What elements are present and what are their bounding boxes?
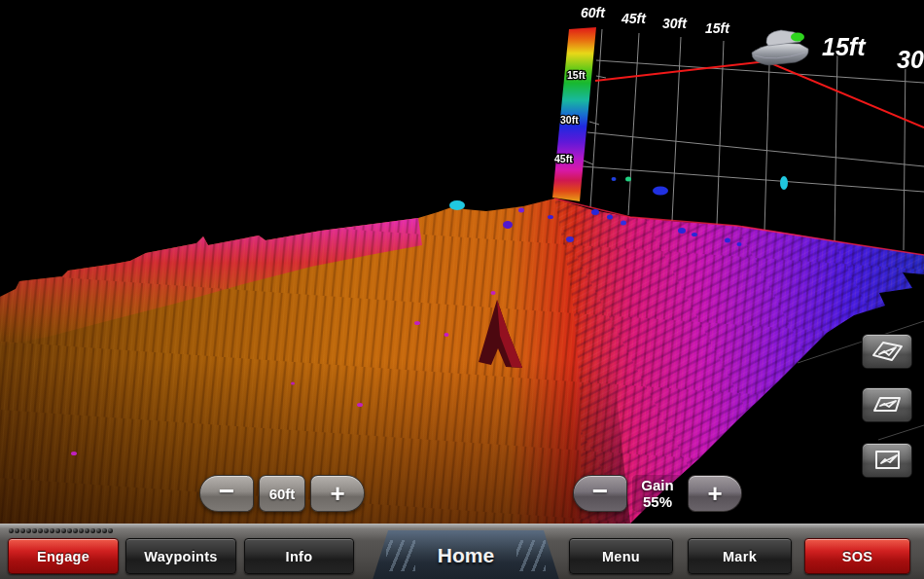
waypoints-button[interactable]: Waypoints: [125, 538, 236, 574]
range-increase-button[interactable]: +: [310, 475, 365, 512]
gain-readout: Gain 55%: [632, 475, 683, 512]
home-tab-stripes-right: [516, 540, 546, 571]
gain-control: − Gain 55% +: [573, 475, 742, 512]
range-label-15ft: 15ft: [705, 20, 730, 36]
sos-button[interactable]: SOS: [804, 538, 910, 574]
info-button[interactable]: Info: [244, 538, 354, 574]
home-button[interactable]: Home: [373, 530, 559, 579]
range-label-45ft: 45ft: [621, 11, 647, 26]
view-perspective-button[interactable]: [862, 334, 912, 369]
range-label-30ft: 30ft: [662, 16, 688, 31]
gain-title: Gain: [641, 477, 673, 493]
range-label-60ft: 60ft: [581, 5, 606, 20]
vessel-icon: [752, 30, 808, 65]
range-decrease-button[interactable]: −: [199, 475, 254, 512]
gain-increase-button[interactable]: +: [688, 475, 742, 512]
range-value-button[interactable]: 60ft: [259, 475, 305, 512]
mark-button[interactable]: Mark: [688, 538, 792, 574]
beam-depth-label-15ft: 15ft: [822, 33, 867, 60]
engage-button[interactable]: Engage: [8, 538, 119, 574]
view-overhead-icon: [870, 449, 905, 472]
colorbar-label-30ft: 30ft: [560, 114, 579, 126]
gain-value: 55%: [643, 493, 672, 510]
sonar-3d-view[interactable]: 60ft 45ft 30ft 15ft 15ft 30ft 15ft 30ft …: [0, 0, 924, 524]
beam-depth-label-30ft: 30ft: [897, 46, 924, 73]
view-perspective-icon: [870, 340, 905, 363]
range-control: − 60ft +: [199, 475, 365, 512]
gain-decrease-button[interactable]: −: [573, 475, 627, 512]
home-tab-stripes-left: [386, 540, 415, 571]
seafloor-surface: [0, 199, 924, 524]
bottom-toolbar: Engage Waypoints Info Home Menu Mark SOS: [0, 524, 924, 579]
colorbar-label-45ft: 45ft: [554, 153, 573, 164]
chartplotter-screen: 60ft 45ft 30ft 15ft 15ft 30ft 15ft 30ft …: [0, 0, 924, 579]
colorbar-label-15ft: 15ft: [567, 69, 586, 81]
speaker-grille: [9, 528, 113, 533]
view-angled-icon: [870, 393, 905, 416]
home-button-label: Home: [438, 544, 494, 567]
menu-button[interactable]: Menu: [569, 538, 673, 574]
view-overhead-button[interactable]: [862, 443, 912, 478]
view-angled-button[interactable]: [862, 387, 912, 422]
